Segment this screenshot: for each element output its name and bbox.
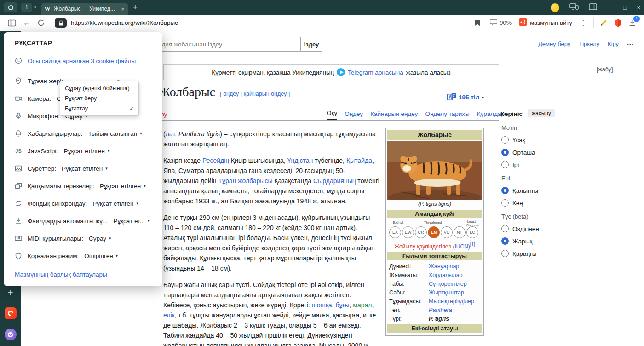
- taxonomy-link[interactable]: Хордалылар: [429, 272, 463, 278]
- wiki-search-button[interactable]: Іздеу: [300, 37, 322, 52]
- radio-color-auto[interactable]: Өздігінен: [501, 225, 561, 232]
- permission-row-protected-mode: Қорғалған режим: Өшірілген▾: [15, 247, 153, 265]
- protect-shield-icon[interactable]: [614, 19, 622, 27]
- tiger-photo[interactable]: [387, 141, 482, 200]
- lock-icon[interactable]: [55, 18, 67, 28]
- inline-link[interactable]: Ресейдің: [202, 157, 229, 164]
- status-vu: VU: [441, 226, 453, 238]
- menu-item-ask-default[interactable]: Сұрау (әдепкі бойынша): [60, 83, 138, 93]
- title-edit-links[interactable]: [ өңдеу | қайнарын өңдеу ]: [220, 91, 290, 99]
- register-link[interactable]: Тіркелу: [579, 40, 599, 47]
- bookmark-icon[interactable]: [475, 20, 480, 26]
- radio-color-light[interactable]: Жарық: [501, 237, 561, 245]
- login-link[interactable]: Кіру: [608, 40, 619, 47]
- new-tab-button[interactable]: +: [133, 3, 138, 12]
- comment-bubble-icon: [490, 19, 497, 27]
- downloads-icon[interactable]: 1: [628, 19, 636, 27]
- inline-link[interactable]: Тұран жолбарысы: [218, 177, 272, 185]
- edit-pencil-icon[interactable]: [600, 19, 608, 27]
- tab-edit[interactable]: Өңдеу: [345, 110, 363, 120]
- tab-edit-source[interactable]: Қайнарын өңдеу: [370, 110, 418, 120]
- inline-link[interactable]: Қытайда: [346, 157, 372, 164]
- yandex-app-icon[interactable]: [5, 307, 17, 319]
- taxonomy-link[interactable]: Жануарлар: [429, 263, 459, 270]
- permission-row-auto-downloads: Файлдарды автоматты жү... Рұқсат ет...▾: [15, 212, 153, 230]
- read-aloud-button[interactable]: мазмұнын айту: [519, 18, 572, 28]
- dock: +: [0, 288, 21, 340]
- maximize-button[interactable]: □: [623, 4, 627, 11]
- zoom-control[interactable]: 90%: [490, 19, 512, 27]
- midi-dropdown[interactable]: Сұрау▾: [89, 235, 111, 242]
- donate-link[interactable]: Демеу беру: [538, 40, 570, 47]
- images-dropdown[interactable]: Рұқсат етілген▾: [62, 165, 108, 172]
- iucn-link[interactable]: (IUCN): [453, 243, 470, 250]
- background-sync-dropdown[interactable]: Рұқсат етілген▾: [92, 200, 138, 207]
- header-more-icon[interactable]: •••: [627, 41, 634, 47]
- permission-value: Тыйым салынған: [88, 130, 137, 137]
- radio-width-standard[interactable]: Қалыпты: [501, 187, 561, 194]
- taxonomy-row: Жамағаты:Хордалылар: [387, 271, 482, 279]
- javascript-dropdown[interactable]: Рұқсат етілген▾: [64, 148, 110, 155]
- browser-menu-button[interactable]: [4, 2, 17, 12]
- text-span: Қазақстанда: [272, 177, 313, 185]
- wikipedia-favicon: W: [45, 5, 51, 12]
- inline-link[interactable]: Үндістан: [288, 157, 313, 164]
- taxonomy-link[interactable]: Panthera: [429, 307, 452, 313]
- taxonomy-row: Түрі:P. tigris: [387, 314, 482, 323]
- status-en-active: EN: [428, 226, 440, 238]
- permission-label: Тұрған жері:: [28, 78, 63, 85]
- auto-downloads-dropdown[interactable]: Рұқсат ет...▾: [113, 218, 150, 225]
- notifications-dropdown[interactable]: Тыйым салынған▾: [88, 130, 142, 137]
- account-avatar[interactable]: [551, 3, 559, 12]
- popups-dropdown[interactable]: Рұқсат етілген▾: [100, 183, 146, 190]
- cookies-link[interactable]: Осы сайтқа арналған 3 cookie файлы: [15, 53, 153, 69]
- telegram-banner: Құрметті оқырман, қазақша Уикипедияның T…: [163, 64, 499, 80]
- minimize-button[interactable]: —: [607, 4, 613, 11]
- browser-logo-icon[interactable]: [5, 329, 17, 340]
- status-red-link[interactable]: Жойылу қаупіндегілер: [394, 243, 451, 250]
- permission-value: Сұрау: [89, 235, 106, 242]
- radio-text-standard[interactable]: Орташа: [501, 149, 561, 156]
- radio-width-wide[interactable]: Кең: [501, 199, 561, 207]
- taxonomy-link[interactable]: Мысықтәрізділер: [429, 298, 474, 305]
- banner-close-link[interactable]: [жабу]: [597, 66, 613, 73]
- reference-link[interactable]: [1]: [470, 242, 475, 247]
- inline-link[interactable]: лат.: [166, 130, 177, 138]
- address-bar[interactable]: https://kk.wikipedia.org/wiki/Жолбарыс: [52, 17, 483, 29]
- tab-list-chevron-icon[interactable]: ▾: [34, 5, 36, 10]
- taxonomy-link[interactable]: Жыртқыштар: [429, 289, 464, 296]
- back-icon[interactable]: ←: [23, 18, 31, 28]
- protected-mode-dropdown[interactable]: Өшірілген▾: [84, 253, 118, 260]
- url-text: https://kk.wikipedia.org/wiki/Жолбарыс: [71, 19, 475, 26]
- inline-link[interactable]: шошқа: [311, 301, 332, 309]
- menu-item-allow[interactable]: Рұқсат беру: [60, 93, 138, 104]
- reload-icon[interactable]: [37, 19, 45, 27]
- radio-text-large[interactable]: Ірі: [501, 161, 561, 168]
- appearance-hide-button[interactable]: жасыру: [528, 109, 555, 117]
- language-selector[interactable]: A 195 тіл ▾: [447, 93, 484, 102]
- permission-label: JavaScript:: [28, 148, 58, 155]
- add-panel-icon[interactable]: +: [8, 288, 13, 298]
- inline-link[interactable]: бұғы: [335, 301, 349, 309]
- tab-counter[interactable]: 1: [21, 3, 32, 12]
- window-close-button[interactable]: ×: [637, 4, 640, 11]
- menu-item-block-selected[interactable]: Бұғаттау✓: [60, 104, 138, 114]
- sidebar-toggle-icon[interactable]: [8, 19, 16, 27]
- permission-row-javascript: JS JavaScript: Рұқсат етілген▾: [15, 142, 153, 160]
- telegram-link[interactable]: Telegram арнасына: [348, 69, 403, 76]
- active-tab[interactable]: W Жолбарыс — Уикипед... ×: [41, 3, 128, 15]
- radio-text-small[interactable]: Ұсақ: [501, 136, 561, 144]
- radio-color-dark[interactable]: Қараңғы: [501, 250, 561, 257]
- taxonomy-link[interactable]: Сүтқоректілер: [429, 281, 467, 287]
- devices-icon[interactable]: [569, 3, 579, 12]
- taxonomy-row: Тұқымдасы:Мысықтәрізділер: [387, 297, 482, 306]
- tab-close-icon[interactable]: ×: [121, 6, 125, 12]
- inline-link[interactable]: марал: [353, 301, 372, 309]
- side-panel-icon[interactable]: [589, 3, 597, 12]
- inline-link[interactable]: Сырдарияның: [313, 177, 356, 185]
- tab-read[interactable]: Оқу: [327, 110, 337, 120]
- more-options-icon[interactable]: ⋮: [580, 18, 587, 27]
- inline-link[interactable]: елік: [163, 311, 175, 319]
- tab-history[interactable]: Өңделу тарихы: [425, 110, 469, 120]
- all-content-settings-link[interactable]: Мазмұнның барлық баптаулары: [15, 271, 153, 278]
